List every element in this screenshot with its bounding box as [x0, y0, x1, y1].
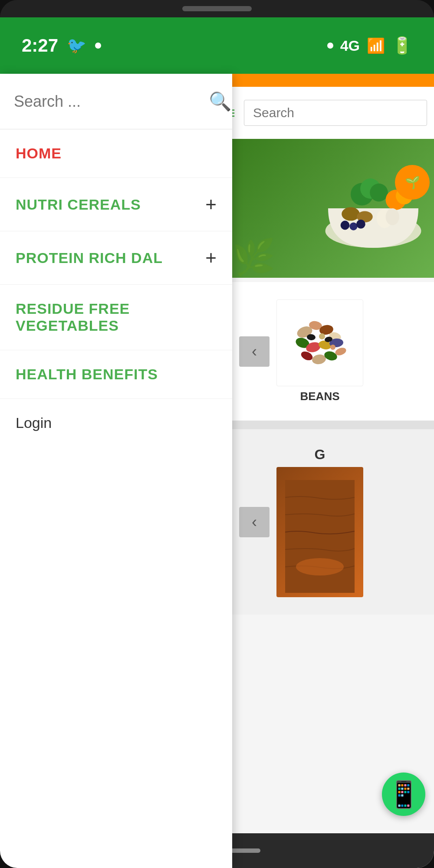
- phone-frame: 2:27 🐦 4G 📶 🔋 🔍 HOME: [0, 0, 434, 868]
- logo-circle: 🌱: [395, 165, 430, 200]
- signal-dot: [327, 43, 333, 49]
- section-divider: [232, 421, 434, 429]
- hamburger-icon[interactable]: ≡: [232, 104, 235, 122]
- svg-point-3: [370, 184, 388, 202]
- status-bar-left: 2:27 🐦: [22, 35, 101, 56]
- beans-product-label: BEANS: [300, 390, 339, 403]
- sidebar-item-label-protein-rich-dal: PROTEIN RICH DAL: [16, 250, 163, 266]
- search-icon: 🔍: [209, 91, 231, 112]
- battery-icon: 🔋: [392, 36, 412, 55]
- sidebar-item-home[interactable]: HOME: [0, 129, 232, 178]
- svg-point-9: [386, 208, 399, 225]
- status-bar-right: 4G 📶 🔋: [327, 36, 412, 55]
- beans-product-section: ‹: [232, 282, 434, 421]
- beans-product-image: [276, 299, 363, 386]
- right-search-input[interactable]: [244, 100, 427, 126]
- svg-point-10: [341, 221, 350, 230]
- second-prev-button[interactable]: ‹: [239, 507, 270, 537]
- chevron-left-icon: ‹: [252, 342, 257, 361]
- beans-prev-button[interactable]: ‹: [239, 336, 270, 367]
- second-product-initial: G: [315, 447, 326, 463]
- right-top-bar: [232, 74, 434, 87]
- second-card-row: ‹ G: [232, 438, 434, 606]
- right-header: ≡: [232, 87, 434, 139]
- svg-point-28: [330, 345, 335, 350]
- second-product-image: [276, 467, 363, 597]
- notch-bar: [0, 0, 434, 17]
- sidebar-item-login[interactable]: Login: [0, 399, 232, 447]
- svg-point-6: [342, 207, 360, 220]
- sidebar-item-nutri-cereals[interactable]: NUTRI CEREALS +: [0, 178, 232, 231]
- sidebar-drawer: 🔍 HOME NUTRI CEREALS + PROTEIN RICH DAL …: [0, 74, 232, 868]
- hero-section: 🌿: [232, 139, 434, 278]
- right-panel: ≡ 🌿: [232, 74, 434, 868]
- twitter-icon: 🐦: [67, 36, 86, 55]
- signal-icon: 📶: [367, 37, 385, 54]
- svg-point-12: [356, 220, 365, 229]
- search-input[interactable]: [14, 92, 209, 111]
- expand-nutri-cereals-icon: +: [205, 194, 217, 215]
- search-button[interactable]: 🔍: [209, 91, 231, 112]
- notch-pill: [182, 6, 252, 11]
- svg-point-11: [349, 223, 357, 230]
- svg-point-30: [296, 558, 344, 575]
- status-dot-indicator: [95, 43, 101, 49]
- status-time: 2:27: [22, 35, 58, 56]
- beans-card-row: ‹: [232, 291, 434, 412]
- search-bar: 🔍: [0, 74, 232, 129]
- whatsapp-button[interactable]: 📱: [382, 773, 425, 816]
- login-label: Login: [16, 414, 52, 431]
- sidebar-item-health-benefits[interactable]: HEALTH BENEFITS: [0, 350, 232, 399]
- sidebar-item-label-residue-free-vegetables: RESIDUE FREE VEGETABLES: [16, 300, 217, 334]
- screen: 🔍 HOME NUTRI CEREALS + PROTEIN RICH DAL …: [0, 74, 434, 868]
- status-bar: 2:27 🐦 4G 📶 🔋: [0, 17, 434, 74]
- sidebar-item-protein-rich-dal[interactable]: PROTEIN RICH DAL +: [0, 231, 232, 285]
- sidebar-item-label-home: HOME: [16, 145, 62, 162]
- whatsapp-icon: 📱: [388, 779, 420, 810]
- chevron-left-icon-2: ‹: [252, 513, 257, 531]
- svg-point-27: [319, 333, 325, 339]
- network-label: 4G: [340, 37, 360, 54]
- hero-leaves-decoration: 🌿: [232, 237, 276, 278]
- sidebar-item-label-nutri-cereals: NUTRI CEREALS: [16, 196, 141, 213]
- expand-protein-rich-dal-icon: +: [205, 247, 217, 269]
- sidebar-item-residue-free-vegetables[interactable]: RESIDUE FREE VEGETABLES: [0, 285, 232, 350]
- second-product-section: ‹ G: [232, 429, 434, 615]
- sidebar-item-label-health-benefits: HEALTH BENEFITS: [16, 366, 158, 383]
- nav-menu: HOME NUTRI CEREALS + PROTEIN RICH DAL + …: [0, 129, 232, 868]
